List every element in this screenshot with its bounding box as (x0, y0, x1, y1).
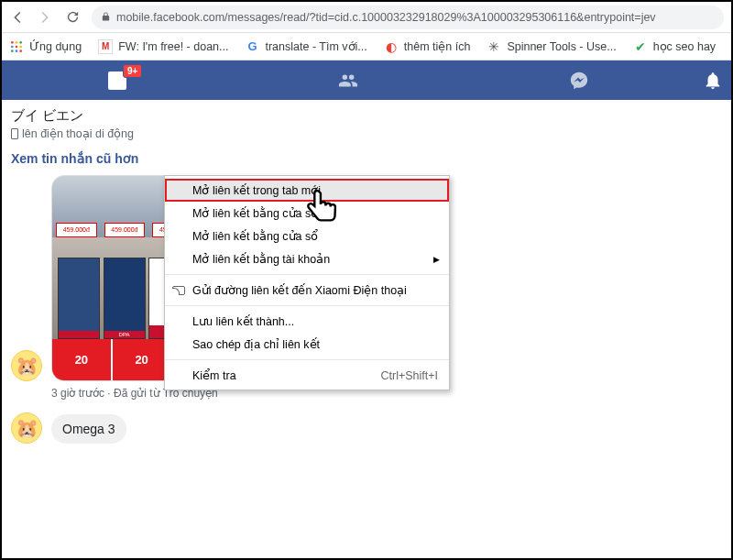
avatar[interactable]: 🐹 (11, 350, 42, 381)
message-timestamp: 3 giờ trước · Đã gửi từ Trò chuyện (2, 387, 731, 412)
facebook-nav: 9+ (2, 60, 731, 100)
bookmark-label: học seo hay (653, 39, 716, 53)
svg-point-2 (19, 41, 22, 44)
bell-icon (703, 71, 723, 91)
bookmark-label: Ứng dụng (29, 39, 82, 53)
bookmark-seo[interactable]: ✔ học seo hay (633, 39, 716, 54)
menu-label: Kiểm tra (192, 368, 236, 382)
contact-name: ブイ ビエン (11, 107, 722, 125)
chat-header: ブイ ビエン lên điện thoại di động (2, 100, 731, 146)
avatar[interactable]: 🐹 (11, 412, 42, 444)
browser-toolbar: mobile.facebook.com/messages/read/?tid=c… (2, 2, 731, 33)
menu-label: Gửi đường liên kết đến Xiaomi Điện thoại (192, 283, 407, 297)
cursor-pointer-icon (302, 187, 343, 233)
svg-point-4 (16, 45, 18, 48)
google-icon: G (245, 39, 259, 54)
bookmark-label: thêm tiện ích (404, 39, 471, 53)
feed-badge: 9+ (123, 64, 142, 78)
menu-label: Mở liên kết bằng tài khoản (192, 252, 330, 266)
tab-messenger[interactable] (464, 60, 695, 100)
bookmark-spinner[interactable]: ✳ Spinner Tools - Use... (487, 39, 616, 54)
menu-separator (165, 359, 449, 360)
message-bubble[interactable]: Omega 3 (51, 414, 126, 444)
spinner-icon: ✳ (487, 39, 501, 54)
svg-point-5 (19, 45, 22, 48)
gmail-icon: M (98, 39, 113, 54)
svg-point-7 (16, 49, 18, 52)
bookmark-label: Spinner Tools - Use... (507, 40, 616, 53)
apps-icon (9, 39, 24, 54)
message-row-text: 🐹 Omega 3 (2, 412, 731, 449)
bookmark-ext[interactable]: ◐ thêm tiện ích (384, 39, 471, 54)
messenger-icon (569, 71, 589, 91)
url-text: mobile.facebook.com/messages/read/?tid=c… (116, 11, 656, 24)
price-tag: 459.000đ (104, 223, 146, 237)
forward-button[interactable] (37, 9, 53, 26)
status-text: lên điện thoại di động (22, 126, 134, 140)
menu-inspect[interactable]: Kiểm traCtrl+Shift+I (165, 364, 449, 387)
svg-point-8 (19, 49, 22, 52)
product-box (58, 258, 100, 339)
menu-copy-link[interactable]: Sao chép địa chỉ liên kết (165, 333, 449, 356)
menu-separator (165, 305, 449, 306)
lock-icon (101, 11, 111, 24)
extension-icon: ◐ (384, 39, 399, 54)
mobile-icon (11, 128, 18, 139)
menu-open-as-account[interactable]: Mở liên kết bằng tài khoản▶ (165, 247, 449, 270)
menu-save-link-as[interactable]: Lưu liên kết thành... (165, 310, 449, 333)
address-bar[interactable]: mobile.facebook.com/messages/read/?tid=c… (92, 5, 724, 29)
bookmark-label: FW: I'm free! - doan... (118, 40, 228, 53)
menu-shortcut: Ctrl+Shift+I (380, 369, 438, 382)
tab-feed[interactable]: 9+ (2, 60, 233, 100)
friends-icon (338, 71, 358, 91)
tab-friends[interactable] (233, 60, 464, 100)
apps-shortcut[interactable]: Ứng dụng (9, 39, 82, 54)
bookmark-gmail[interactable]: M FW: I'm free! - doan... (98, 39, 228, 54)
svg-point-0 (11, 41, 14, 44)
submenu-arrow-icon: ▶ (433, 255, 440, 264)
svg-point-3 (11, 45, 14, 48)
menu-send-to-device[interactable]: Gửi đường liên kết đến Xiaomi Điện thoại (165, 279, 449, 302)
svg-point-1 (16, 41, 18, 44)
back-button[interactable] (9, 9, 26, 26)
promo-bar: 20 (52, 339, 113, 380)
cast-icon (172, 286, 185, 295)
reload-button[interactable] (64, 9, 81, 26)
bookmark-label: translate - Tìm với... (265, 39, 366, 53)
product-box: DPA (104, 258, 146, 339)
bookmark-google[interactable]: G translate - Tìm với... (245, 39, 366, 54)
seo-icon: ✔ (633, 39, 648, 54)
contact-status: lên điện thoại di động (11, 126, 722, 140)
bookmarks-bar: Ứng dụng M FW: I'm free! - doan... G tra… (2, 33, 731, 60)
price-tag: 459.000đ (56, 223, 97, 237)
svg-point-6 (11, 49, 14, 52)
tab-notifications[interactable] (695, 60, 731, 100)
menu-separator (165, 274, 449, 275)
older-messages-link[interactable]: Xem tin nhắn cũ hơn (2, 146, 731, 175)
